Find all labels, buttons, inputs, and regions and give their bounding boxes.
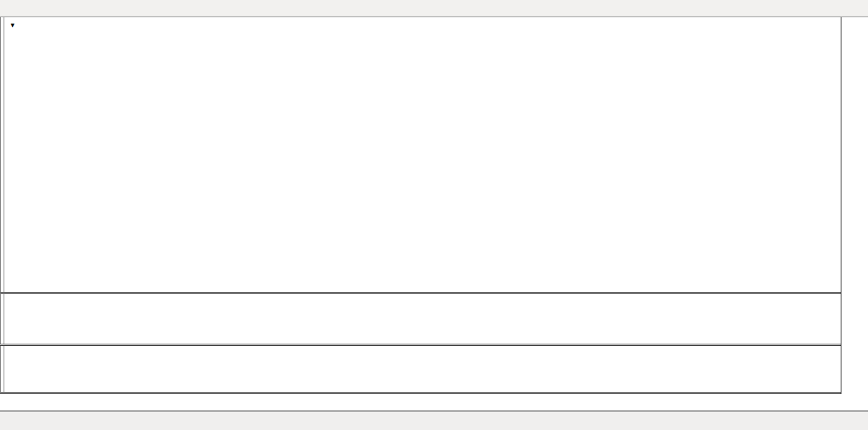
date-axis[interactable]	[0, 394, 868, 410]
price-axis[interactable]	[841, 17, 868, 394]
timeframe-toolbar	[0, 0, 868, 17]
rsi-panel[interactable]	[4, 346, 841, 393]
macd-panel[interactable]	[4, 294, 841, 344]
chart-title: ▼	[9, 22, 27, 29]
window-frame-bottom	[0, 410, 868, 411]
chart-tab-bar	[0, 411, 868, 430]
chart-menu-icon[interactable]: ▼	[9, 22, 16, 29]
trading-platform-window: { "toolbar": { "buttons": ["15","M30","H…	[0, 0, 868, 430]
window-frame-top	[0, 17, 868, 17]
main-chart-panel[interactable]	[4, 18, 841, 292]
